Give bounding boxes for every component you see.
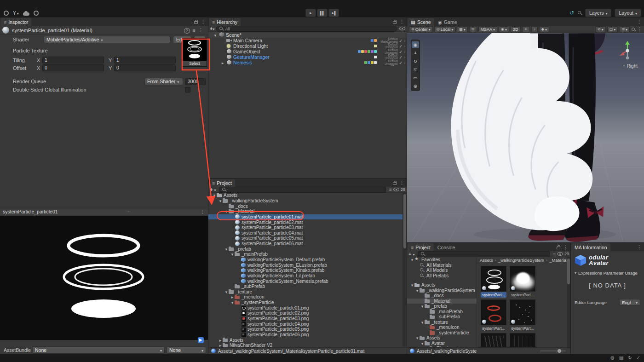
asset-thumbnail[interactable]: systemPart... [509, 299, 536, 331]
notifications-icon[interactable]: ◍ [610, 355, 615, 360]
undo-history-icon[interactable] [569, 10, 574, 16]
refresh-icon[interactable]: ↻ [628, 355, 632, 360]
project-tree-item[interactable]: systemParticle_particle01.png [208, 305, 402, 310]
create-button[interactable] [408, 251, 411, 257]
expand-arrow-icon[interactable] [410, 282, 414, 287]
scene-search-icon[interactable] [631, 27, 636, 32]
assetbundle-dropdown[interactable]: None [32, 346, 165, 354]
project-tree-item[interactable]: _mainPrefab [208, 252, 402, 257]
scale-tool-icon[interactable] [412, 66, 419, 73]
2d-toggle[interactable]: 2D [511, 26, 521, 32]
preview-menu-icon[interactable] [200, 209, 205, 215]
project-tree-item[interactable]: _walkingParticleSystem [208, 198, 402, 204]
hierarchy-item[interactable]: GameObject Default Untagged [208, 49, 407, 54]
project-tree-item[interactable]: walkingParticleSystem_Lil.prefab [208, 273, 402, 279]
scene-viewport[interactable]: Right [407, 33, 644, 242]
expand-arrow-icon[interactable] [212, 193, 217, 198]
folder-tree-item[interactable]: _texture [407, 320, 477, 325]
scene-visibility-dropdown[interactable]: ⊘ [595, 26, 606, 32]
folder-tree-item[interactable]: _mainPrefab [407, 309, 477, 315]
expand-arrow-icon[interactable] [415, 288, 420, 293]
tab-console[interactable]: Console [434, 243, 459, 251]
expand-arrow-icon[interactable] [224, 209, 229, 214]
collapse-arrow-icon[interactable] [213, 32, 218, 38]
tool-space-dropdown[interactable]: ◎Local [434, 26, 456, 32]
active-checkbox[interactable] [399, 43, 402, 49]
panel-menu-icon[interactable] [637, 19, 642, 25]
cloud-icon[interactable] [23, 12, 29, 16]
play-button[interactable] [305, 9, 316, 17]
active-checkbox[interactable] [399, 54, 402, 60]
breadcrumb-item[interactable]: Assets [480, 258, 493, 263]
project-tree-item[interactable]: Assets [208, 337, 402, 343]
project-tree-item[interactable]: _texture [208, 289, 402, 295]
scene-visibility-icon[interactable] [399, 27, 405, 30]
scrollbar-thumb[interactable] [567, 259, 570, 284]
panel-menu-icon[interactable] [563, 244, 568, 250]
folder-tree-item[interactable]: All Materials [407, 263, 477, 268]
pause-button[interactable] [317, 9, 328, 17]
asset-thumbnail[interactable]: systemPart... [480, 266, 507, 298]
scrollbar[interactable] [567, 257, 570, 347]
folder-tree-item[interactable]: Avatar [407, 341, 477, 346]
layout-dropdown[interactable]: Layout [615, 9, 641, 17]
sdk-badge-icon[interactable] [198, 337, 204, 343]
compile-status-icon[interactable]: ✓ [637, 355, 640, 360]
active-checkbox[interactable] [399, 38, 402, 43]
project-tree-item[interactable]: _menuIcon [208, 294, 402, 300]
double-sided-gi-checkbox[interactable] [185, 87, 190, 92]
folder-tree-item[interactable]: _systemParticle [407, 330, 477, 336]
expand-arrow-icon[interactable] [218, 198, 223, 203]
folder-tree-item[interactable]: _Material [407, 299, 477, 304]
expand-arrow-icon[interactable] [410, 257, 414, 262]
hierarchy-item[interactable]: GestureManager Default Untagged [208, 54, 407, 60]
move-tool-icon[interactable] [412, 50, 419, 56]
tab-hierarchy[interactable]: Hierarchy [209, 18, 241, 26]
expand-arrow-icon[interactable] [230, 252, 235, 257]
context-menu-icon[interactable] [198, 27, 203, 33]
expand-arrow-icon[interactable] [220, 60, 225, 65]
expand-arrow-icon[interactable] [224, 289, 229, 294]
plastic-scm-icon[interactable] [4, 11, 9, 16]
row-pin-icon[interactable] [404, 54, 405, 60]
row-pin-icon[interactable] [404, 38, 405, 43]
folder-tree-item[interactable]: All Models [407, 268, 477, 273]
filter-icon[interactable] [553, 251, 556, 257]
folder-tree-item[interactable]: ELusion [407, 346, 477, 347]
lock-icon[interactable] [393, 21, 397, 24]
rect-tool-icon[interactable] [412, 75, 419, 81]
hidden-packages-icon[interactable] [557, 252, 563, 256]
audio-toggle[interactable]: ♪ [531, 26, 538, 32]
material-preview-header[interactable]: systemParticle_particle01 ⋯ [0, 208, 208, 215]
project-tree-item[interactable]: Assets [208, 193, 402, 198]
hierarchy-item[interactable]: Directional Light Default Untagged [208, 43, 407, 49]
folder-tree-item[interactable]: _walkingParticleSystem [407, 288, 477, 293]
hierarchy-item[interactable]: Nemesis Default Untagged [208, 60, 407, 65]
tab-project[interactable]: Project [209, 179, 235, 187]
help-icon[interactable] [184, 28, 190, 33]
package-icon[interactable]: ▤ [619, 355, 623, 360]
folder-tree-item[interactable]: Assets [407, 335, 477, 341]
gizmos-dropdown[interactable]: ⊞ [619, 26, 630, 32]
expand-arrow-icon[interactable] [230, 300, 235, 305]
camera-dropdown[interactable]: ◉ [499, 26, 509, 32]
lock-icon[interactable] [393, 182, 397, 185]
lock-icon[interactable] [557, 247, 560, 249]
tab-inspector[interactable]: Inspector [0, 18, 31, 26]
project-tree-item[interactable]: systemParticle_particle02.mat [208, 219, 402, 225]
expand-arrow-icon[interactable] [420, 341, 425, 346]
expand-arrow-icon[interactable] [420, 320, 425, 325]
editor-language-dropdown[interactable]: Engl [619, 299, 640, 305]
asset-thumbnail[interactable]: systemPart... [509, 333, 536, 347]
hidden-packages-icon[interactable] [393, 188, 399, 191]
project-tree-item[interactable]: systemParticle_particle06.png [208, 332, 402, 338]
tab-ma-information[interactable]: MA Information [571, 243, 610, 251]
render-queue-dropdown[interactable]: From Shader [144, 78, 183, 85]
offset-y-field[interactable]: 0 [114, 64, 176, 71]
thumbnail-size-slider[interactable] [540, 351, 566, 351]
transform-tool-icon[interactable] [412, 83, 419, 89]
orientation-gizmo[interactable] [618, 40, 637, 62]
panel-menu-icon[interactable] [399, 19, 404, 25]
scene-menu-icon[interactable] [637, 26, 642, 32]
scrollbar[interactable] [402, 193, 407, 347]
